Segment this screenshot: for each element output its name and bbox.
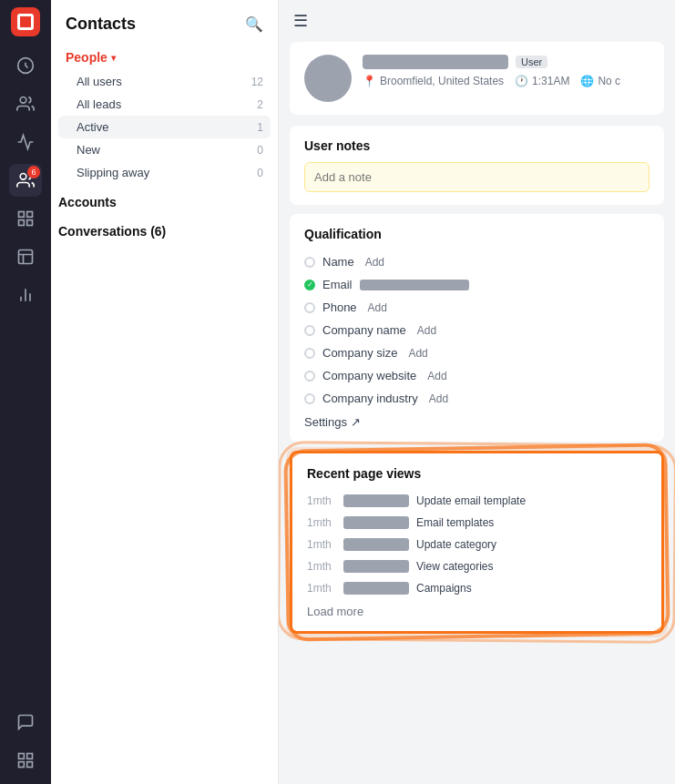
avatar	[304, 55, 352, 102]
profile-info: User 📍 Broomfield, United States 🕐 1:31A…	[363, 55, 649, 87]
pv-time-2: 1mth	[307, 516, 336, 529]
qualification-card: Qualification Name Add ✓ Email Phone Add…	[290, 214, 664, 442]
profile-name-blur	[363, 55, 508, 69]
svg-rect-4	[27, 212, 33, 218]
qual-item-phone: Phone Add	[304, 296, 649, 319]
qual-label-name: Name	[322, 255, 354, 269]
topbar: ☰	[279, 0, 675, 42]
globe-icon: 🌐	[580, 75, 594, 87]
qual-label-phone: Phone	[322, 300, 357, 314]
qual-dot-company-size	[304, 348, 315, 359]
nav-icon-3[interactable]	[9, 126, 42, 158]
qual-add-company-website[interactable]: Add	[427, 370, 446, 382]
note-input[interactable]	[304, 162, 649, 192]
qual-label-company-website: Company website	[322, 369, 416, 382]
pv-label-2: Email templates	[416, 516, 494, 529]
nav-icon-6[interactable]	[9, 279, 42, 311]
clock-icon: 🕐	[515, 75, 528, 87]
new-count: 0	[257, 144, 263, 157]
sidebar-item-all-users[interactable]: All users 12	[58, 70, 271, 93]
pv-bar-1	[343, 494, 409, 507]
main-content: ☰ User 📍 Broomfield, United States 🕐 1:3…	[279, 0, 675, 784]
svg-rect-14	[19, 762, 25, 768]
slipping-away-label: Slipping away	[77, 166, 149, 179]
nav-icon-1[interactable]	[9, 49, 42, 82]
sidebar-item-all-leads[interactable]: All leads 2	[58, 93, 271, 116]
svg-rect-7	[19, 250, 33, 264]
pv-label-1: Update email template	[416, 494, 526, 507]
qual-item-email: ✓ Email	[304, 273, 649, 296]
settings-link[interactable]: Settings ↗	[304, 415, 361, 429]
qual-dot-company-name	[304, 325, 315, 336]
sidebar-title: Contacts	[66, 15, 136, 34]
qual-item-company-name: Company name Add	[304, 319, 649, 341]
user-notes-title: User notes	[304, 138, 649, 153]
active-label: Active	[77, 120, 108, 134]
qual-add-company-size[interactable]: Add	[408, 347, 427, 360]
recent-page-views-title: Recent page views	[307, 466, 647, 481]
hamburger-icon[interactable]: ☰	[293, 12, 308, 30]
location-text: Broomfield, United States	[380, 75, 504, 87]
pv-label-5: Campaigns	[416, 582, 472, 595]
nav-icon-grid[interactable]	[9, 744, 42, 777]
no-c-text: No c	[598, 75, 620, 87]
icon-rail: 6	[0, 0, 51, 784]
svg-rect-3	[19, 212, 25, 218]
load-more-button[interactable]: Load more	[307, 605, 647, 618]
all-users-label: All users	[77, 75, 122, 88]
location-pin-icon: 📍	[363, 75, 376, 87]
nav-icon-contacts[interactable]: 6	[9, 164, 42, 197]
qual-label-email: Email	[322, 278, 353, 291]
conversations-link[interactable]: Conversations (6)	[51, 213, 278, 242]
nav-icon-5[interactable]	[9, 240, 42, 273]
sidebar-item-slipping-away[interactable]: Slipping away 0	[58, 161, 271, 184]
time-meta: 🕐 1:31AM	[515, 75, 569, 87]
svg-rect-13	[27, 762, 33, 768]
pv-bar-4	[343, 560, 409, 573]
svg-point-1	[20, 97, 26, 104]
qual-item-company-industry: Company industry Add	[304, 387, 649, 410]
app-logo[interactable]	[11, 7, 40, 36]
people-toggle[interactable]: People ▾	[58, 45, 271, 70]
people-section: People ▾ All users 12 All leads 2 Active…	[51, 45, 278, 184]
qual-email-value	[360, 280, 469, 290]
chevron-down-icon: ▾	[111, 53, 116, 63]
page-view-row-3: 1mth Update category	[307, 534, 647, 555]
qual-add-company-industry[interactable]: Add	[429, 392, 448, 405]
all-leads-label: All leads	[77, 97, 121, 111]
nav-icon-4[interactable]	[9, 202, 42, 235]
svg-point-2	[20, 174, 26, 180]
new-label: New	[77, 143, 100, 157]
people-label: People	[66, 50, 107, 65]
sidebar: Contacts 🔍 People ▾ All users 12 All lea…	[51, 0, 279, 784]
qual-label-company-size: Company size	[322, 346, 397, 360]
pv-time-1: 1mth	[307, 494, 336, 507]
location-meta: 📍 Broomfield, United States	[363, 75, 504, 87]
page-view-row-1: 1mth Update email template	[307, 490, 647, 512]
all-leads-count: 2	[257, 98, 263, 111]
nav-icon-chat[interactable]	[9, 706, 42, 738]
sidebar-item-active[interactable]: Active 1	[58, 116, 271, 138]
page-view-row-5: 1mth Campaigns	[307, 577, 647, 599]
svg-rect-6	[19, 220, 25, 226]
qual-dot-phone	[304, 302, 315, 313]
accounts-link[interactable]: Accounts	[51, 184, 278, 213]
qual-add-company-name[interactable]: Add	[417, 324, 436, 337]
all-users-count: 12	[251, 76, 263, 88]
page-view-row-2: 1mth Email templates	[307, 512, 647, 534]
user-notes-card: User notes	[290, 126, 664, 205]
pv-bar-2	[343, 516, 409, 529]
svg-rect-12	[27, 754, 33, 759]
nav-icon-2[interactable]	[9, 87, 42, 120]
search-icon[interactable]: 🔍	[245, 15, 263, 33]
pv-bar-3	[343, 538, 409, 551]
pv-label-3: Update category	[416, 538, 496, 551]
sidebar-item-new[interactable]: New 0	[58, 138, 271, 161]
pv-time-4: 1mth	[307, 560, 336, 573]
qual-add-name[interactable]: Add	[365, 256, 384, 269]
svg-rect-5	[27, 220, 33, 226]
qualification-title: Qualification	[304, 227, 649, 241]
profile-card: User 📍 Broomfield, United States 🕐 1:31A…	[290, 42, 664, 115]
sidebar-header: Contacts 🔍	[51, 0, 278, 45]
qual-add-phone[interactable]: Add	[368, 301, 387, 314]
